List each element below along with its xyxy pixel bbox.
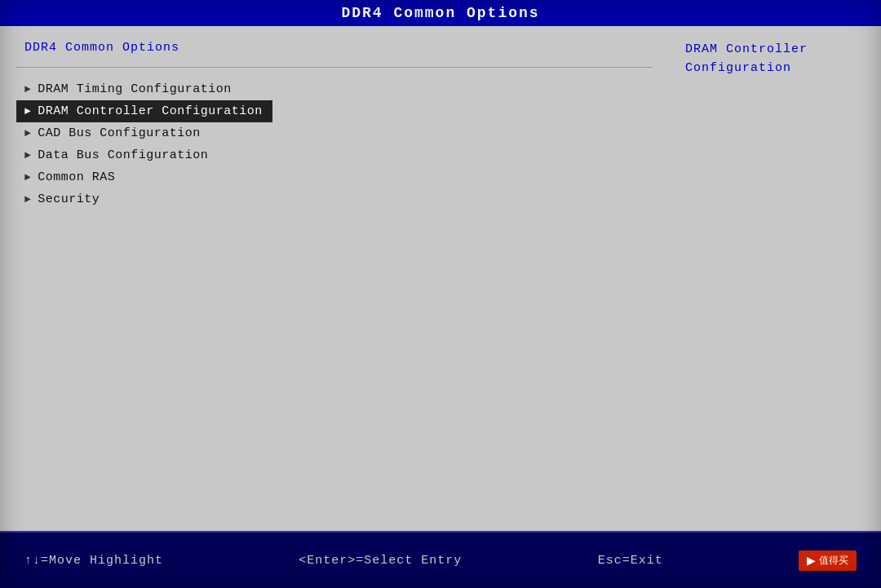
right-panel: DRAM Controller Configuration (669, 26, 881, 531)
menu-item-common-ras[interactable]: ► Common RAS (16, 166, 669, 188)
arrow-icon-5: ► (24, 171, 31, 183)
hint-move: ↑↓=Move Highlight (24, 554, 163, 568)
menu-item-label-1: DRAM Timing Configuration (38, 82, 232, 96)
menu-item-label-5: Common RAS (38, 170, 115, 184)
right-desc-line2: Configuration (685, 61, 791, 75)
menu-item-data-bus[interactable]: ► Data Bus Configuration (16, 144, 669, 166)
watermark-text: 值得买 (819, 554, 848, 568)
title-text: DDR4 Common Options (341, 5, 539, 21)
arrow-icon-6: ► (24, 193, 31, 206)
menu-item-dram-controller[interactable]: ► DRAM Controller Configuration (16, 100, 272, 122)
hint-exit: Esc=Exit (598, 554, 663, 568)
watermark-badge: ▶ 值得买 (799, 550, 857, 571)
right-description: DRAM Controller Configuration (685, 41, 865, 77)
menu-item-label-2: DRAM Controller Configuration (38, 104, 263, 118)
watermark-icon: ▶ (807, 554, 816, 567)
top-area: DDR4 Common Options ► DRAM Timing Config… (0, 26, 881, 531)
left-panel: DDR4 Common Options ► DRAM Timing Config… (0, 26, 669, 531)
arrow-icon-4: ► (24, 149, 31, 161)
main-content: DDR4 Common Options ► DRAM Timing Config… (0, 26, 881, 531)
arrow-icon-2: ► (24, 105, 31, 117)
menu-item-label-6: Security (38, 192, 100, 206)
header-row: DDR4 Common Options (0, 26, 669, 63)
menu-list: ► DRAM Timing Configuration ► DRAM Contr… (0, 72, 669, 210)
menu-item-cad-bus[interactable]: ► CAD Bus Configuration (16, 122, 669, 144)
title-bar: DDR4 Common Options (0, 0, 881, 26)
bottom-bar: ↑↓=Move Highlight <Enter>=Select Entry E… (0, 531, 881, 588)
right-desc-line1: DRAM Controller (685, 42, 808, 56)
arrow-icon-1: ► (24, 83, 31, 95)
menu-item-label-3: CAD Bus Configuration (38, 126, 201, 140)
breadcrumb: DDR4 Common Options (24, 41, 179, 55)
menu-item-label-4: Data Bus Configuration (38, 148, 208, 162)
menu-item-dram-timing[interactable]: ► DRAM Timing Configuration (16, 78, 669, 100)
hint-select: <Enter>=Select Entry (299, 554, 462, 568)
arrow-icon-3: ► (24, 127, 31, 139)
bios-container: DDR4 Common Options DDR4 Common Options … (0, 0, 881, 588)
divider (16, 67, 653, 68)
menu-item-security[interactable]: ► Security (16, 188, 669, 210)
